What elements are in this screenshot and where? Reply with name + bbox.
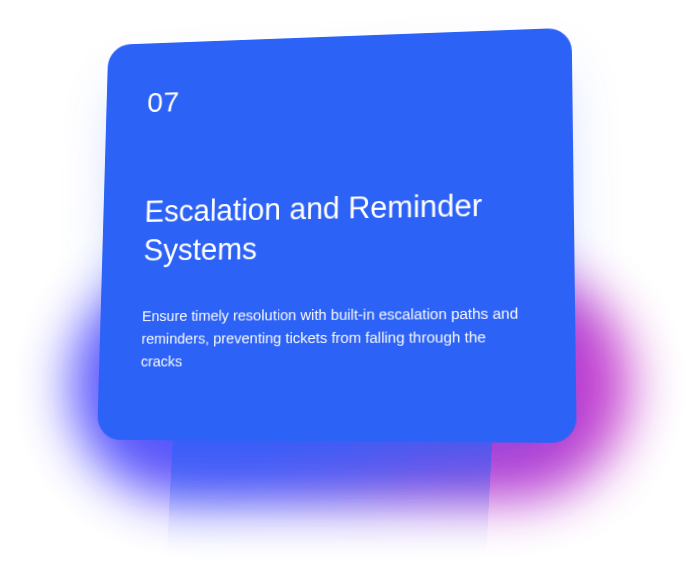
- card-number: 07: [147, 74, 528, 119]
- card-description: Ensure timely resolution with built-in e…: [141, 301, 530, 373]
- card-title: Escalation and Reminder Systems: [143, 185, 517, 271]
- stage: 07 Escalation and Reminder Systems Ensur…: [0, 0, 700, 578]
- feature-card-wrap: 07 Escalation and Reminder Systems Ensur…: [92, 30, 572, 440]
- feature-card: 07 Escalation and Reminder Systems Ensur…: [97, 28, 577, 443]
